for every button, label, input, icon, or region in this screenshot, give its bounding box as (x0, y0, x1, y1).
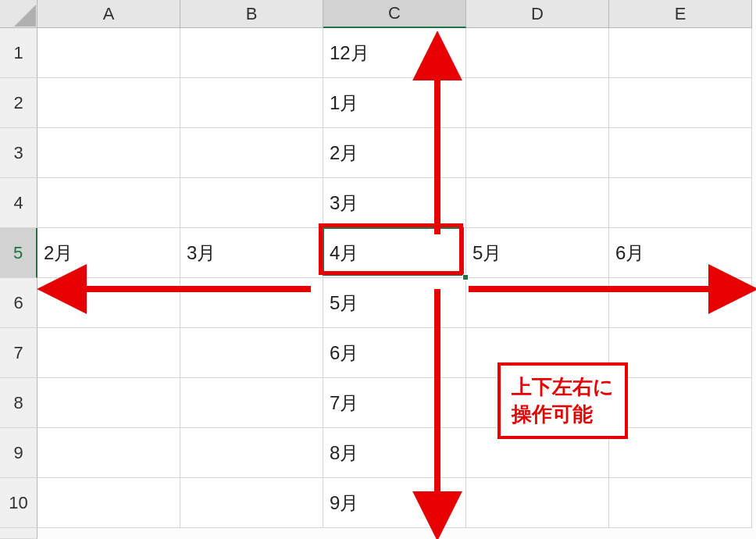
cell-B3[interactable] (180, 128, 323, 178)
column-headers: ABCDE (37, 0, 752, 28)
column-header-D[interactable]: D (466, 0, 609, 28)
cell-A1[interactable] (37, 28, 180, 78)
cell-A5[interactable]: 2月 (37, 228, 180, 278)
column-header-B[interactable]: B (180, 0, 323, 28)
cell-C1[interactable]: 12月 (323, 28, 466, 78)
cell-A4[interactable] (37, 178, 180, 228)
table-row: 7月 (37, 378, 752, 428)
cell-B6[interactable] (180, 278, 323, 328)
table-row: 2月3月4月5月6月 (37, 228, 752, 278)
cell-E9[interactable] (609, 428, 752, 478)
column-header-C[interactable]: C (323, 0, 466, 28)
row-header-7[interactable]: 7 (0, 328, 37, 378)
row-header-9[interactable]: 9 (0, 428, 37, 478)
cell-B7[interactable] (180, 328, 323, 378)
cell-C6[interactable]: 5月 (323, 278, 466, 328)
cell-C2[interactable]: 1月 (323, 78, 466, 128)
cell-E4[interactable] (609, 178, 752, 228)
cell-D10[interactable] (466, 478, 609, 528)
row-header-5[interactable]: 5 (0, 228, 37, 278)
column-header-A[interactable]: A (37, 0, 180, 28)
table-row: 6月 (37, 328, 752, 378)
cell-A8[interactable] (37, 378, 180, 428)
cell-E10[interactable] (609, 478, 752, 528)
cell-A2[interactable] (37, 78, 180, 128)
table-row: 3月 (37, 178, 752, 228)
cell-B8[interactable] (180, 378, 323, 428)
select-all-triangle-icon (0, 0, 37, 28)
cell-A10[interactable] (37, 478, 180, 528)
cell-D3[interactable] (466, 128, 609, 178)
cell-C9[interactable]: 8月 (323, 428, 466, 478)
table-row: 8月 (37, 428, 752, 478)
row-header-11-partial[interactable] (0, 528, 37, 539)
cell-E8[interactable] (609, 378, 752, 428)
cell-D7[interactable] (466, 328, 609, 378)
row-header-10[interactable]: 10 (0, 478, 37, 528)
cell-E6[interactable] (609, 278, 752, 328)
cell-B2[interactable] (180, 78, 323, 128)
table-row: 5月 (37, 278, 752, 328)
cell-D8[interactable] (466, 378, 609, 428)
row-header-6[interactable]: 6 (0, 278, 37, 328)
cell-D5[interactable]: 5月 (466, 228, 609, 278)
cell-D9[interactable] (466, 428, 609, 478)
cell-E1[interactable] (609, 28, 752, 78)
table-row: 1月 (37, 78, 752, 128)
svg-marker-0 (14, 5, 36, 27)
cell-E2[interactable] (609, 78, 752, 128)
cell-A3[interactable] (37, 128, 180, 178)
cell-grid: 12月1月2月3月2月3月4月5月6月5月6月7月8月9月 (37, 28, 752, 528)
cell-A6[interactable] (37, 278, 180, 328)
cell-B4[interactable] (180, 178, 323, 228)
row-header-3[interactable]: 3 (0, 128, 37, 178)
cell-C3[interactable]: 2月 (323, 128, 466, 178)
cell-B1[interactable] (180, 28, 323, 78)
cell-B10[interactable] (180, 478, 323, 528)
fill-handle[interactable] (462, 274, 469, 280)
row-headers: 12345678910 (0, 28, 37, 539)
row-header-1[interactable]: 1 (0, 28, 37, 78)
cell-E3[interactable] (609, 128, 752, 178)
cell-D4[interactable] (466, 178, 609, 228)
spreadsheet: ABCDE 12345678910 12月1月2月3月2月3月4月5月6月5月6… (0, 0, 756, 539)
column-header-E[interactable]: E (609, 0, 752, 28)
cell-D1[interactable] (466, 28, 609, 78)
select-all-corner[interactable] (0, 0, 37, 28)
row-header-2[interactable]: 2 (0, 78, 37, 128)
cell-C7[interactable]: 6月 (323, 328, 466, 378)
cell-E5[interactable]: 6月 (609, 228, 752, 278)
table-row: 9月 (37, 478, 752, 528)
cell-C4[interactable]: 3月 (323, 178, 466, 228)
row-header-8[interactable]: 8 (0, 378, 37, 428)
cell-A9[interactable] (37, 428, 180, 478)
cell-B5[interactable]: 3月 (180, 228, 323, 278)
cell-A7[interactable] (37, 328, 180, 378)
cell-E7[interactable] (609, 328, 752, 378)
table-row: 12月 (37, 28, 752, 78)
table-row: 2月 (37, 128, 752, 178)
cell-C8[interactable]: 7月 (323, 378, 466, 428)
cell-B9[interactable] (180, 428, 323, 478)
cell-C10[interactable]: 9月 (323, 478, 466, 528)
cell-C5[interactable]: 4月 (323, 228, 466, 278)
cell-D6[interactable] (466, 278, 609, 328)
row-header-4[interactable]: 4 (0, 178, 37, 228)
cell-D2[interactable] (466, 78, 609, 128)
